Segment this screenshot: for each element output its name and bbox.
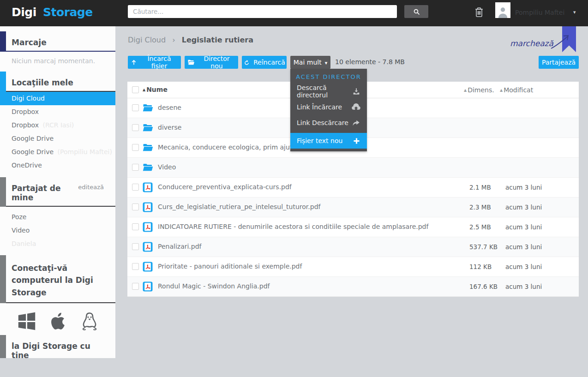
sort-asc-icon <box>500 88 503 92</box>
row-checkbox[interactable] <box>132 203 139 210</box>
my-locations-heading: Locaţiile mele <box>0 74 115 92</box>
more-button[interactable]: Mai mult <box>290 56 330 69</box>
file-size: 2.3 MB <box>469 203 491 211</box>
table-row: Prioritate - panouri aditionale si exemp… <box>127 257 579 277</box>
file-modified: acum 3 luni <box>505 184 542 191</box>
sidebar-location-item[interactable]: OneDrive <box>0 159 115 172</box>
items-summary: 10 elemente - 7.8 MB <box>335 58 405 66</box>
location-suffix: (Pompiliu Maftei) <box>58 148 112 156</box>
share-button[interactable]: Partajează <box>539 56 579 69</box>
file-name[interactable]: Conducere_preventiva_explicata-curs.pdf <box>158 183 292 191</box>
upload-file-button[interactable]: Încarcă fișier <box>128 56 181 69</box>
row-checkbox[interactable] <box>132 104 139 111</box>
row-checkbox[interactable] <box>132 184 139 191</box>
app-logo[interactable]: Digi Storage <box>12 6 93 19</box>
apple-icon[interactable] <box>48 310 69 332</box>
file-name[interactable]: diverse <box>158 124 181 131</box>
edit-shared-link[interactable]: editează <box>78 184 104 191</box>
breadcrumb-current: Legislatie rutiera <box>182 36 253 44</box>
pdf-file-icon <box>142 281 153 292</box>
file-name[interactable]: Video <box>158 163 176 171</box>
more-button-label: Mai mult <box>294 59 322 66</box>
file-name[interactable]: Curs_de_legislatie_rutiera_pe_intelesul_… <box>158 203 320 210</box>
menu-item-label: Descarcă directorul <box>297 84 352 99</box>
dropdown-items: Descarcă directorul <box>290 84 367 149</box>
file-name[interactable]: Penalizari.pdf <box>158 243 202 250</box>
bookmarks-heading: Marcaje <box>0 34 115 52</box>
file-name[interactable]: Rondul Magic - Swindon Anglia.pdf <box>158 282 270 290</box>
reload-button[interactable]: Reîncarcă <box>242 56 287 69</box>
row-checkbox[interactable] <box>132 223 139 230</box>
breadcrumb: Digi Cloud › Legislatie rutiera <box>128 36 253 44</box>
file-modified: acum 3 luni <box>505 223 542 231</box>
shared-heading-label: Partajat de mine <box>12 184 61 202</box>
row-checkbox[interactable] <box>132 243 139 250</box>
sidebar-location-item[interactable]: Google Drive (Pompiliu Maftei) <box>0 145 115 159</box>
dropdown-menu-item[interactable]: Link Descărcare <box>290 115 367 131</box>
column-header-name[interactable]: Nume <box>143 86 168 93</box>
bookmark-hint-text: marchează <box>510 39 553 48</box>
share-link-icon <box>352 119 360 127</box>
sidebar-location-item[interactable]: Google Drive <box>0 132 115 145</box>
table-row: Penalizari.pdf 537.7 KB acum 3 luni <box>127 237 579 257</box>
upload-button-label: Încarcă fișier <box>140 55 178 70</box>
column-modified-label: Modificat <box>504 86 533 94</box>
connect-computer-heading: Conectaţi-vă computerul la Digi Storage <box>0 258 115 303</box>
shared-item-label: Video <box>12 227 30 234</box>
folder-open-icon <box>187 59 195 66</box>
new-folder-button[interactable]: Director nou <box>185 56 238 69</box>
row-checkbox[interactable] <box>132 164 139 171</box>
more-dropdown-menu: ACEST DIRECTOR Descarcă directorul <box>290 69 367 151</box>
caret-down-icon <box>325 59 328 66</box>
windows-icon[interactable] <box>16 311 37 332</box>
select-all-checkbox[interactable] <box>132 86 139 93</box>
locations-list: Digi Cloud Dropbox Dropbox (RCR Iasi) Go… <box>0 92 115 172</box>
search-button[interactable] <box>404 5 428 18</box>
digi-storage-app: Digi Storage Pompiliu Maftei <box>0 0 588 377</box>
row-checkbox[interactable] <box>132 283 139 290</box>
table-row: INDICATOARE RUTIERE - denumirile acestor… <box>127 217 579 237</box>
sidebar-location-item[interactable]: Dropbox (RCR Iasi) <box>0 119 115 132</box>
file-modified: acum 3 luni <box>505 243 542 251</box>
pdf-file-icon <box>142 202 153 213</box>
user-name[interactable]: Pompiliu Maftei <box>515 9 564 16</box>
sidebar-location-item[interactable]: Dropbox <box>0 105 115 119</box>
dropdown-menu-item[interactable]: Link Încărcare <box>290 99 367 115</box>
row-checkbox[interactable] <box>132 263 139 270</box>
row-checkbox[interactable] <box>132 124 139 131</box>
user-avatar[interactable] <box>495 2 510 18</box>
sidebar-shared-item[interactable]: Daniela <box>0 237 115 251</box>
file-name[interactable]: desene <box>158 104 181 111</box>
column-header-modified[interactable]: Modificat <box>500 86 533 94</box>
breadcrumb-parent[interactable]: Digi Cloud <box>128 36 166 44</box>
refresh-icon <box>243 59 250 66</box>
trash-icon[interactable] <box>474 6 485 19</box>
upload-arrow-icon <box>131 59 137 66</box>
search-input[interactable] <box>128 5 397 18</box>
row-checkbox[interactable] <box>132 144 139 151</box>
column-size-label: Dimens. <box>468 86 494 94</box>
file-name[interactable]: INDICATOARE RUTIERE - denumirile acestor… <box>158 223 428 230</box>
table-row: Video <box>127 158 579 178</box>
new-folder-button-label: Director nou <box>198 55 235 70</box>
sidebar-shared-item[interactable]: Video <box>0 224 115 237</box>
sidebar: Marcaje Niciun marcaj momentan. Locaţiil… <box>0 26 115 358</box>
file-name[interactable]: Prioritate - panouri aditionale si exemp… <box>158 263 302 270</box>
linux-icon[interactable] <box>80 310 99 332</box>
mobile-heading: la Digi Storage cu tine <box>0 337 115 358</box>
sidebar-location-item[interactable]: Digi Cloud <box>0 92 115 105</box>
sidebar-shared-item[interactable]: Poze <box>0 210 115 224</box>
table-row: Conducere_preventiva_explicata-curs.pdf … <box>127 178 579 197</box>
logo-part-storage: Storage <box>43 6 93 19</box>
column-header-size[interactable]: Dimens. <box>464 86 494 94</box>
location-label: Digi Cloud <box>12 95 45 102</box>
person-icon <box>497 6 509 18</box>
folder-icon <box>142 122 153 133</box>
dropdown-menu-item[interactable]: Descarcă directorul <box>290 84 367 99</box>
location-label: Google Drive <box>12 148 54 156</box>
plus-icon <box>353 137 360 145</box>
shared-item-label: Daniela <box>12 240 36 247</box>
menu-item-label: Link Descărcare <box>297 119 348 126</box>
dropdown-menu-item[interactable]: Fișier text nou <box>290 133 367 149</box>
user-menu-caret-icon[interactable] <box>573 9 579 15</box>
